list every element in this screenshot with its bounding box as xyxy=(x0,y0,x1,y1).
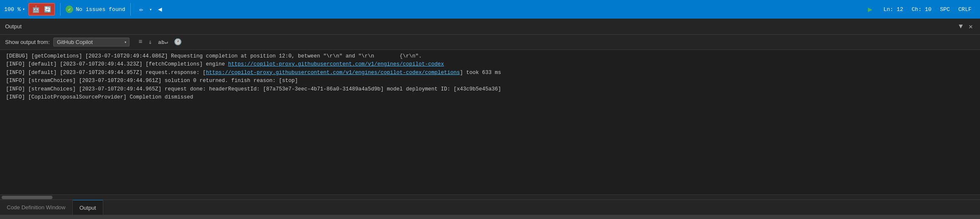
show-output-label: Show output from: xyxy=(5,39,50,45)
pencil-icon[interactable]: ✏️ xyxy=(138,4,145,14)
encoding-info[interactable]: SPC xyxy=(936,0,954,19)
output-source-wrapper: GitHub Copilot Git Extensions JavaScript… xyxy=(53,38,129,47)
close-panel-button[interactable]: ✕ xyxy=(966,22,975,32)
copilot-icon: 🤖 xyxy=(31,5,41,14)
status-tools: ✏️ ▾ ◀ xyxy=(138,4,164,14)
tool-dropdown-icon[interactable]: ▾ xyxy=(148,6,154,13)
check-circle-icon: ✓ xyxy=(66,5,73,13)
divider-2 xyxy=(130,3,131,16)
zoom-dropdown-icon: ▾ xyxy=(22,7,25,12)
output-line-3: [INFO] [default] [2023-07-10T20:49:44.95… xyxy=(6,69,974,77)
collapse-panel-button[interactable]: ▼ xyxy=(957,22,965,31)
output-toolbar: Show output from: GitHub Copilot Git Ext… xyxy=(0,35,980,50)
zoom-value: 100 % xyxy=(4,6,21,13)
output-line-5: [INFO] [streamChoices] [2023-07-10T20:49… xyxy=(6,85,974,93)
output-panel: Output ▼ ✕ Show output from: GitHub Copi… xyxy=(0,19,980,219)
output-line-6: [INFO] [CopilotProposalSourceProvider] C… xyxy=(6,93,974,101)
clear-output-button[interactable]: ≡ xyxy=(136,37,145,47)
play-icon[interactable]: ▶ xyxy=(868,5,873,14)
sync-icon: 🔄 xyxy=(43,5,52,14)
output-line-2: [INFO] [default] [2023-07-10T20:49:44.32… xyxy=(6,60,974,68)
output-line-1: [DEBUG] [getCompletions] [2023-07-10T20:… xyxy=(6,52,974,60)
line-info[interactable]: Ln: 12 xyxy=(879,0,908,19)
word-wrap-button[interactable]: ab↵ xyxy=(156,38,171,47)
bottom-tabs: Code Definition Window Output xyxy=(0,200,980,215)
panel-header-actions: ▼ ✕ xyxy=(957,22,975,32)
panel-resize-handle[interactable] xyxy=(0,215,980,219)
zoom-level[interactable]: 100 % ▾ xyxy=(4,6,25,13)
lock-scroll-button[interactable]: ⇓ xyxy=(146,37,155,47)
arrow-left-icon[interactable]: ◀ xyxy=(156,4,164,14)
output-source-select[interactable]: GitHub Copilot Git Extensions JavaScript… xyxy=(53,38,129,47)
char-info[interactable]: Ch: 10 xyxy=(908,0,936,19)
status-bar: 100 % ▾ 🤖 🔄 ✓ No issues found ✏️ ▾ ◀ ▶ L… xyxy=(0,0,980,19)
link-completions[interactable]: https://copilot-proxy.githubusercontent.… xyxy=(206,70,460,76)
horizontal-scrollbar[interactable] xyxy=(0,194,980,200)
toolbar-icon-group: ≡ ⇓ ab↵ 🕐 xyxy=(136,37,184,47)
divider-1 xyxy=(60,3,61,16)
copilot-icon-group[interactable]: 🤖 🔄 xyxy=(28,3,55,16)
output-line-4: [INFO] [streamChoices] [2023-07-10T20:49… xyxy=(6,77,974,85)
tab-code-definition-window[interactable]: Code Definition Window xyxy=(0,200,73,215)
line-ending-info[interactable]: CRLF xyxy=(954,0,976,19)
scrollbar-thumb[interactable] xyxy=(2,196,52,199)
panel-header: Output ▼ ✕ xyxy=(0,19,980,35)
link-engines[interactable]: https://copilot-proxy.githubusercontent.… xyxy=(228,61,444,67)
no-issues-label: No issues found xyxy=(76,6,125,13)
output-content[interactable]: [DEBUG] [getCompletions] [2023-07-10T20:… xyxy=(0,50,980,194)
panel-title: Output xyxy=(5,23,22,30)
status-bar-right: ▶ Ln: 12 Ch: 10 SPC CRLF xyxy=(868,0,976,19)
history-button[interactable]: 🕐 xyxy=(171,37,184,47)
tab-output[interactable]: Output xyxy=(73,200,103,215)
no-issues-indicator[interactable]: ✓ No issues found xyxy=(66,5,125,13)
